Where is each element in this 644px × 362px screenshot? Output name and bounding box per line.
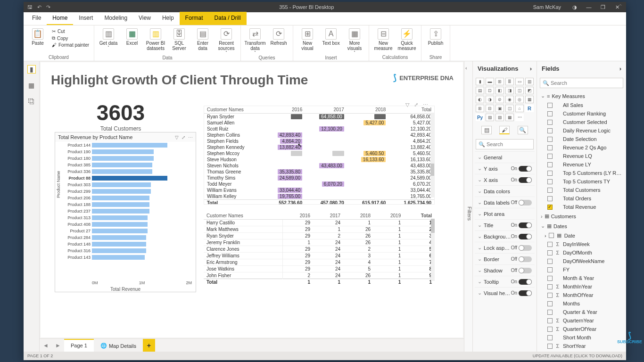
field-item[interactable]: Total Orders <box>538 194 625 203</box>
field-item[interactable]: Months <box>538 299 625 308</box>
matrix2-scrollbar[interactable] <box>431 219 435 281</box>
publish-button[interactable]: ⇪Publish <box>425 27 446 46</box>
matrix-row[interactable]: Todd Meyer6,070.206,070.20 <box>204 181 434 187</box>
field-checkbox[interactable] <box>547 310 553 315</box>
field-item[interactable]: Revenue LQ <box>538 152 625 160</box>
toggle[interactable] <box>519 200 532 206</box>
bar-row[interactable]: Product 408 <box>64 221 193 228</box>
bar-row[interactable]: Product 299 <box>64 188 193 195</box>
viz-type-icon[interactable]: ▭ <box>515 78 524 85</box>
enter-data-button[interactable]: ▤Enter data <box>192 27 213 51</box>
matrix-row[interactable]: Steve Hudson16,133.6016,133.60 <box>204 156 434 163</box>
field-table[interactable]: ⌄▦Dates <box>538 221 625 231</box>
copy-button[interactable]: ⧉Copy <box>51 35 90 41</box>
more-visuals-button[interactable]: ▦More visuals˅ <box>344 27 365 55</box>
field-item[interactable]: Revenue 2 Qs Ago <box>538 143 625 152</box>
viz-type-icon[interactable]: ◨ <box>505 87 514 94</box>
field-item[interactable]: ›▦Date <box>538 231 625 240</box>
toggle[interactable] <box>519 222 532 228</box>
format-section[interactable]: ⌄Y axisOn <box>475 163 535 174</box>
matrix-row[interactable]: Thomas Greene35,335.8035,335.80 <box>204 169 434 175</box>
tab-data-drill[interactable]: Data / Drill <box>209 12 247 25</box>
pbi-datasets-button[interactable]: ▥Power BI datasets <box>145 27 166 51</box>
viz-type-icon[interactable]: ◧ <box>495 87 504 94</box>
field-item[interactable]: ΣMonthOfYear <box>538 291 625 299</box>
field-item[interactable]: DayOfWeekName <box>538 257 625 265</box>
subscribe-badge[interactable]: ⟆ SUBSCRIBE <box>617 331 642 344</box>
format-section[interactable]: ⌄X axisOn <box>475 174 535 185</box>
toggle[interactable] <box>519 166 532 172</box>
bar-row[interactable]: Product 143 <box>64 254 193 261</box>
bar-row[interactable]: Product 27 <box>64 228 193 234</box>
field-item[interactable]: Top 5 Customers TY <box>538 177 625 186</box>
report-canvas[interactable]: Highlight Growth Of Client Through Time … <box>41 62 463 337</box>
bar-row[interactable]: Product 148 <box>64 241 193 247</box>
viz-type-icon[interactable]: ⊘ <box>495 96 504 103</box>
add-page-button[interactable]: + <box>143 339 155 352</box>
matrix-row[interactable]: Clarence Jones2924215 <box>204 246 435 253</box>
field-table[interactable]: ›▦Customers <box>538 211 625 221</box>
format-tab[interactable]: 🖌 <box>499 126 510 134</box>
bar-row[interactable]: Product 88 <box>64 175 193 181</box>
refresh-button[interactable]: ⟳Refresh <box>268 27 289 46</box>
viz-type-icon[interactable]: ◩ <box>525 87 534 94</box>
field-checkbox[interactable] <box>547 162 553 167</box>
field-checkbox[interactable] <box>547 128 553 133</box>
page-prev-icon[interactable]: ◄ <box>40 339 52 352</box>
format-section[interactable]: ⌄Data colors <box>475 185 535 197</box>
viz-type-icon[interactable]: ◑ <box>486 96 494 103</box>
format-section[interactable]: ⌄BorderOff <box>475 253 535 264</box>
field-item[interactable]: ΣShortYear <box>538 342 625 350</box>
tab-home[interactable]: Home <box>47 12 73 25</box>
field-checkbox[interactable] <box>547 335 553 340</box>
matrix-header[interactable]: Customer Names <box>204 212 283 220</box>
toggle[interactable] <box>519 177 532 183</box>
field-item[interactable]: Month & Year <box>538 274 625 282</box>
field-item[interactable]: Revenue LY <box>538 160 625 169</box>
data-view-icon[interactable]: ▦ <box>27 81 36 90</box>
field-item[interactable]: ΣMonthInYear <box>538 282 625 291</box>
chevron-right-icon[interactable]: › <box>530 65 532 72</box>
get-data-button[interactable]: ▥Get data˅ <box>98 27 119 50</box>
bar-more-icon[interactable]: ⋯ <box>188 135 193 140</box>
field-checkbox[interactable] <box>547 344 553 349</box>
field-checkbox[interactable] <box>547 267 553 272</box>
viz-type-icon[interactable]: ⊟ <box>486 105 494 112</box>
tab-help[interactable]: Help <box>157 12 180 25</box>
viz-type-icon[interactable]: ▩ <box>505 114 514 121</box>
field-checkbox[interactable] <box>547 196 553 201</box>
tab-file[interactable]: File <box>26 12 47 25</box>
field-checkbox[interactable] <box>547 276 553 281</box>
bar-row[interactable]: Product 336 <box>64 168 193 175</box>
save-icon[interactable]: 🖫 <box>27 4 33 10</box>
viz-type-icon[interactable]: ◐ <box>476 96 484 103</box>
matrix-row[interactable]: William Kelley19,765.0019,765.00 <box>204 193 434 200</box>
viz-type-icon[interactable]: ▬ <box>486 78 494 85</box>
fields-search-input[interactable] <box>540 78 623 88</box>
field-checkbox[interactable] <box>547 250 553 255</box>
format-painter-button[interactable]: 🖌Format painter <box>51 42 90 48</box>
viz-type-icon[interactable]: ⊞ <box>476 105 484 112</box>
format-section[interactable]: ⌄TooltipOn <box>475 276 535 287</box>
viz-type-icon[interactable]: ▧ <box>486 114 494 121</box>
user-name[interactable]: Sam McKay <box>533 4 561 10</box>
matrix-row[interactable]: Scott Ruiz12,100.2012,100.20 <box>204 126 434 132</box>
format-section[interactable]: ⌄Backgrou…On <box>475 230 535 242</box>
matrix-row[interactable]: Stephen Collins42,893.4042,893.40 <box>204 132 434 138</box>
format-section[interactable]: ⌄Visual he…On <box>475 287 535 298</box>
field-checkbox[interactable] <box>547 171 553 176</box>
viz-type-icon[interactable]: ▨ <box>495 114 504 121</box>
bar-row[interactable]: Product 180 <box>64 155 193 162</box>
matrix-header[interactable]: 2017 <box>313 212 343 220</box>
format-section[interactable]: ⌄TitleOn <box>475 219 535 230</box>
field-item[interactable]: Quarter & Year <box>538 308 625 316</box>
toggle[interactable] <box>519 234 532 239</box>
field-checkbox[interactable] <box>547 111 553 116</box>
matrix-row[interactable]: Jeremy Franklin1242614 <box>204 239 435 246</box>
matrix-header[interactable]: 2016 <box>283 212 313 220</box>
tab-insert[interactable]: Insert <box>73 12 99 25</box>
field-item[interactable]: Total Revenue <box>538 203 625 211</box>
bar-row[interactable]: Product 313 <box>64 214 193 221</box>
transform-button[interactable]: ⇄Transform data˅ <box>245 27 265 55</box>
field-item[interactable]: ΣQuarternYear <box>538 316 625 325</box>
